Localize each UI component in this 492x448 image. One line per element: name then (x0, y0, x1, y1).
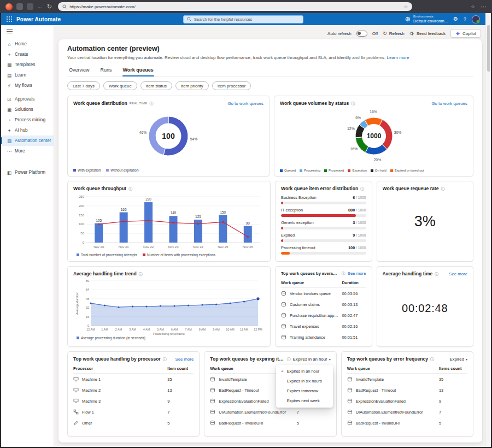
table-row-badrequest-invaliduri[interactable]: BadRequest - InvalidURI5 (347, 417, 467, 428)
info-icon[interactable]: ⓘ (351, 102, 355, 105)
table-row-expressionevaluationfailed[interactable]: ExpressionEvaluationFailed9 (347, 396, 467, 406)
sidebar: ⌂Home+Create▦Templates▤Learn⚡My flows☑Ap… (1, 25, 54, 447)
favorites-icon[interactable]: ☆ (471, 4, 475, 9)
tab-overview[interactable]: Overview (68, 65, 90, 76)
error-frequency-dropdown[interactable]: Expired ▾ (450, 357, 467, 362)
menu-option-expires-in-six-hours[interactable]: Expires in six hours (276, 376, 333, 386)
table-row-other[interactable]: Other5 (73, 417, 194, 428)
see-more-link[interactable]: See more (348, 271, 366, 276)
see-more-link[interactable]: See more (449, 272, 467, 276)
table-row-purchase-requisition-appr[interactable]: Purchase requisition appr...00:02:47 (281, 310, 366, 321)
filter-pill-item-status[interactable]: Item status (140, 81, 172, 90)
legend-item-exception: Exception (348, 169, 366, 172)
table-row-uiautomation-elementnotfounderror[interactable]: UIAutomation.ElementNotFoundError7 (347, 406, 467, 417)
svg-text:220: 220 (145, 197, 151, 201)
expiring-items-dropdown[interactable]: Expires in an hour ▾ ✓Expires in an hour… (293, 357, 331, 362)
scrollbar-thumb[interactable] (487, 25, 490, 72)
go-to-work-queues-link[interactable]: Go to work queues (432, 101, 467, 106)
svg-text:100: 100 (162, 132, 175, 140)
address-bar[interactable]: https://make.powerautomate.com/ ☆ (58, 2, 412, 11)
megaphone-icon (409, 31, 414, 36)
app-name[interactable]: Power Automate (16, 16, 61, 22)
card-error-distribution: Work queue item error distribution ⓘ Bus… (275, 181, 372, 262)
browser-more-icon[interactable]: ⋯ (481, 4, 487, 10)
table-row-vendor-invoices-queue[interactable]: Vendor invoices queue00:03:56 (281, 288, 366, 299)
table-row-flow-1[interactable]: Flow 17 (73, 406, 194, 417)
menu-option-expires-next-week[interactable]: Expires next week (276, 396, 333, 406)
environments-picker[interactable]: Environments Default environm... (405, 15, 448, 24)
row-name: UIAutomation.ElementNotFoundError (219, 410, 293, 415)
table-row-uiautomation-elementnotfounderror[interactable]: UIAutomation.ElementNotFoundError7 (210, 406, 330, 417)
table-row-customer-claims[interactable]: Customer claims00:03:13 (281, 299, 366, 310)
table-row-badrequest-timeout[interactable]: BadRequest - Timeout13 (347, 385, 467, 396)
info-icon[interactable]: ⓘ (342, 272, 345, 275)
sidebar-item-templates[interactable]: ▦Templates (1, 60, 54, 70)
info-icon[interactable]: ⓘ (287, 357, 291, 361)
table-row-machine-3[interactable]: Machine 39 (73, 396, 194, 406)
tab-work-queues[interactable]: Work queues (122, 65, 154, 76)
filter-pill-item-processor[interactable]: Item processor (212, 81, 251, 90)
menu-option-expires-tomorrow[interactable]: Expires tomorrow (276, 386, 333, 396)
user-avatar[interactable] (472, 15, 480, 23)
help-icon[interactable]: ? (464, 17, 466, 22)
sidebar-item-approvals[interactable]: ☑Approvals (1, 94, 54, 104)
sidebar-item-automation-center[interactable]: ▥Automation center (1, 135, 54, 146)
sidebar-item-my-flows[interactable]: ⚡My flows (1, 80, 54, 91)
sidebar-item-learn[interactable]: ▤Learn (1, 70, 54, 80)
see-more-link[interactable]: See more (175, 357, 194, 362)
browser-workspace-icon[interactable] (16, 3, 23, 10)
filter-pill-work-queue[interactable]: Work queue (103, 81, 137, 90)
browser-tab-actions-icon[interactable] (27, 3, 33, 10)
table-row-training-attendance[interactable]: Training attendance00:01:51 (281, 332, 366, 343)
filter-pill-item-priority[interactable]: Item priority (175, 81, 209, 90)
back-icon[interactable]: ← (37, 4, 43, 10)
throughput-bar-nov-21[interactable] (120, 213, 128, 243)
header-search-input[interactable]: Search for the helpful resources (183, 15, 303, 23)
donut-segment-queued[interactable] (365, 144, 387, 155)
learn-more-link[interactable]: Learn more (387, 55, 409, 60)
info-icon[interactable]: ⓘ (360, 187, 364, 191)
menu-option-expires-in-an-hour[interactable]: ✓Expires in an hour (276, 367, 333, 376)
sidebar-item-solutions[interactable]: ▣Solutions (1, 104, 54, 115)
info-icon[interactable]: ⓘ (435, 272, 438, 276)
throughput-bar-nov-23[interactable] (169, 216, 178, 243)
hamburger-menu-icon[interactable] (7, 30, 13, 33)
sidebar-item-home[interactable]: ⌂Home (1, 39, 54, 49)
table-row-machine-1[interactable]: Machine 135 (73, 374, 194, 385)
table-row-machine-2[interactable]: Machine 213 (73, 385, 194, 396)
throughput-bar-nov-22[interactable] (144, 202, 153, 243)
sidebar-item-create[interactable]: +Create (1, 49, 54, 60)
copilot-button[interactable]: Copilot (450, 29, 481, 38)
error-bar-fill (281, 227, 283, 229)
table-row-invalidtemplate[interactable]: InvalidTemplate35 (347, 374, 467, 385)
auto-refresh-toggle[interactable] (356, 31, 367, 37)
info-icon[interactable]: ⓘ (139, 272, 143, 276)
info-icon[interactable]: ⓘ (128, 187, 132, 191)
send-feedback-button[interactable]: Send feedback (409, 31, 446, 36)
sidebar-item-more[interactable]: ⋯More (1, 146, 54, 156)
sidebar-item-power-platform[interactable]: ◧ Power Platform (1, 167, 54, 178)
tab-runs[interactable]: Runs (100, 65, 113, 76)
table-row-travel-expenses[interactable]: Travel expenses00:02:16 (281, 321, 366, 332)
bookmark-icon[interactable]: ☆ (403, 4, 408, 9)
throughput-bar-nov-25[interactable] (219, 215, 227, 243)
info-icon[interactable]: ⓘ (441, 187, 445, 191)
settings-gear-icon[interactable]: ⚙ (453, 16, 458, 22)
row-value: 00:02:16 (342, 324, 366, 329)
table-row-badrequest-invaliduri[interactable]: BadRequest - InvalidURI5 (210, 417, 330, 428)
throughput-bar-nov-26[interactable] (244, 226, 252, 243)
info-icon[interactable]: ⓘ (430, 357, 434, 361)
sidebar-item-ai-hub[interactable]: ✦AI hub (1, 125, 54, 135)
browser-profile-icon[interactable] (5, 3, 13, 10)
info-icon[interactable]: ⓘ (150, 102, 154, 105)
go-to-work-queues-link[interactable]: Go to work queues (228, 101, 263, 106)
info-icon[interactable]: ⓘ (163, 357, 167, 361)
error-row-it-exception: IT exception880 / 1000 (281, 208, 366, 217)
sidebar-item-process-mining[interactable]: ◔Process mining (1, 115, 54, 125)
reload-icon[interactable]: ↻ (47, 4, 52, 10)
filter-pill-last-7-days[interactable]: Last 7 days (67, 81, 100, 90)
refresh-button[interactable]: ↻ Refresh (383, 31, 405, 36)
waffle-menu-icon[interactable] (7, 16, 12, 22)
throughput-bar-nov-20[interactable] (95, 223, 103, 243)
page-scrollbar[interactable] (485, 13, 491, 447)
